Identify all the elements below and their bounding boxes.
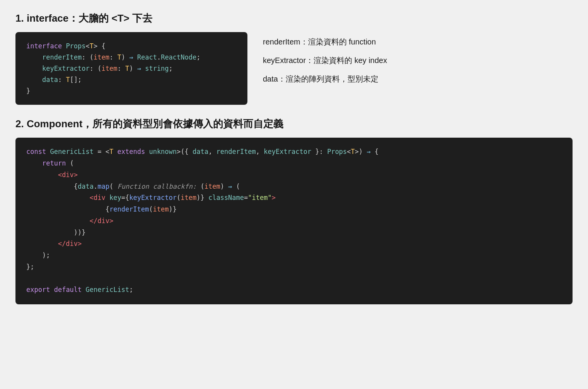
section-1-title: 1. interface：大膽的 <T> 下去 <box>15 12 573 25</box>
desc-data: data：渲染的陣列資料，型別未定 <box>263 73 387 85</box>
description-panel: renderItem：渲染資料的 function keyExtractor：渲… <box>263 32 387 85</box>
section-2: 2. Component，所有的資料型別會依據傳入的資料而自定義 const G… <box>15 117 573 304</box>
section-2-title: 2. Component，所有的資料型別會依據傳入的資料而自定義 <box>15 117 573 131</box>
code-block-interface: interface Props<T> { renderItem: (item: … <box>15 32 247 105</box>
code-block-component: const GenericList = <T extends unknown>(… <box>15 138 573 304</box>
section-2-title-text: 2. Component，所有的資料型別會依據傳入的資料而自定義 <box>15 118 283 130</box>
desc-render-item: renderItem：渲染資料的 function <box>263 36 387 48</box>
section-1-title-text: 1. interface：大膽的 <T> 下去 <box>15 12 152 24</box>
desc-key-extractor: keyExtractor：渲染資料的 key index <box>263 55 387 66</box>
section-1-content: interface Props<T> { renderItem: (item: … <box>15 32 573 105</box>
section-1: 1. interface：大膽的 <T> 下去 interface Props<… <box>15 12 573 105</box>
